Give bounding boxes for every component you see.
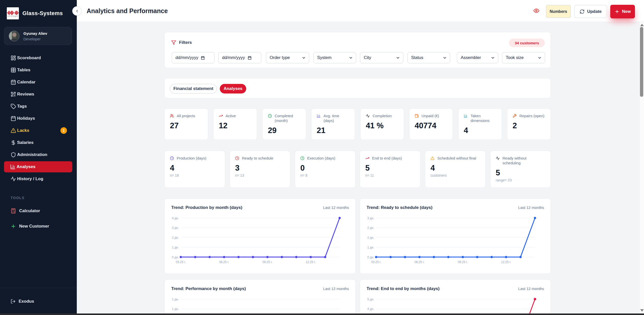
svg-text:2 дн.: 2 дн. [172,236,179,239]
svg-text:SYSTEMS: SYSTEMS [8,15,18,17]
svg-text:1 дн.: 1 дн. [172,298,179,301]
svg-text:S: S [15,12,16,14]
svg-text:12.25 г.: 12.25 г. [306,260,316,264]
svg-text:09.25 г.: 09.25 г. [458,260,468,264]
svg-text:2 дн.: 2 дн. [367,236,374,239]
svg-text:3 дн.: 3 дн. [367,216,374,220]
svg-text:06.25 г.: 06.25 г. [219,260,229,264]
svg-text:5 дн.: 5 дн. [367,298,374,301]
svg-text:06.25 г.: 06.25 г. [414,260,424,264]
svg-text:G: G [8,12,9,14]
svg-text:4 дн.: 4 дн. [367,307,374,311]
svg-text:2 дн.: 2 дн. [367,226,374,230]
svg-text:03.25 г.: 03.25 г. [371,260,381,264]
svg-text:03.25 г.: 03.25 г. [176,260,186,264]
svg-text:1 дн.: 1 дн. [172,307,179,311]
svg-text:S: S [17,12,18,14]
svg-text:A: A [12,12,13,14]
svg-text:1 дн.: 1 дн. [172,246,179,249]
svg-text:4 дн.: 4 дн. [172,216,179,220]
svg-text:0 дн.: 0 дн. [172,256,179,259]
svg-text:0 дн.: 0 дн. [367,256,374,259]
svg-text:12.25 г.: 12.25 г. [501,260,511,264]
svg-text:3 дн.: 3 дн. [172,226,179,230]
svg-text:09.25 г.: 09.25 г. [262,260,272,264]
svg-text:1 дн.: 1 дн. [367,246,374,249]
